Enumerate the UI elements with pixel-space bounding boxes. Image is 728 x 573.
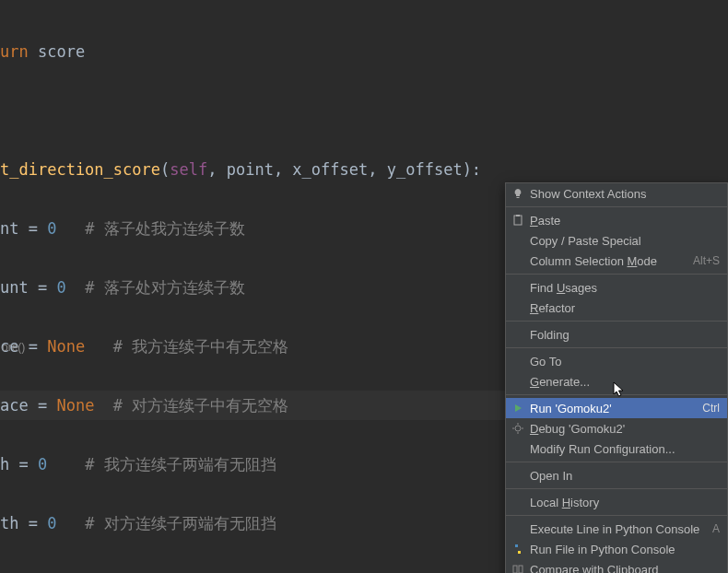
menu-modify-run-config[interactable]: Modify Run Configuration... <box>506 439 727 459</box>
code-text: self <box>170 160 207 179</box>
empty-icon <box>510 468 526 483</box>
menu-find-usages[interactable]: Find Usages <box>506 277 727 298</box>
menu-label: Column Selection Mode <box>530 254 686 268</box>
svg-rect-8 <box>519 566 523 573</box>
empty-icon <box>510 280 526 295</box>
code-text: 0 <box>47 514 56 532</box>
code-text: t_direction_score <box>0 160 160 179</box>
context-menu: Show Context Actions Paste Copy / Paste … <box>505 182 728 573</box>
menu-label: Execute Line in Python Console <box>530 522 705 536</box>
code-text: None <box>56 396 94 415</box>
menu-run-file[interactable]: Run File in Python Console <box>506 539 727 559</box>
menu-compare-clipboard[interactable]: Compare with Clipboard <box>506 559 727 573</box>
menu-label: Find Usages <box>530 281 720 295</box>
menu-label: Compare with Clipboard <box>530 563 720 574</box>
menu-label: Generate... <box>530 375 720 389</box>
code-text: # 落子处我方连续子数 <box>56 219 244 238</box>
code-text: ): <box>463 160 481 179</box>
empty-icon <box>510 253 526 268</box>
code-text: unt = <box>0 278 56 297</box>
code-text: 0 <box>56 278 65 297</box>
empty-icon <box>510 233 526 248</box>
menu-label: Folding <box>530 328 720 342</box>
menu-open-in[interactable]: Open In <box>506 465 727 485</box>
bulb-icon <box>510 186 526 201</box>
code-text: score <box>29 42 85 61</box>
svg-rect-7 <box>513 566 517 573</box>
code-text: , <box>368 160 386 179</box>
code-text: # 我方连续子中有无空格 <box>85 337 288 356</box>
empty-icon <box>510 300 526 315</box>
code-text: ace = <box>0 396 56 415</box>
code-text: th = <box>0 514 47 532</box>
run-icon <box>510 401 526 415</box>
menu-shortcut: Ctrl <box>702 402 720 415</box>
menu-separator <box>506 347 727 348</box>
menu-separator <box>506 321 727 322</box>
menu-refactor[interactable]: Refactor <box>506 298 727 318</box>
code-text: # 落子处对方连续子数 <box>66 278 245 297</box>
compare-icon <box>510 562 526 573</box>
code-text: 0 <box>38 455 47 474</box>
menu-context-actions[interactable]: Show Context Actions <box>506 183 727 204</box>
menu-copy-paste-special[interactable]: Copy / Paste Special <box>506 230 727 251</box>
menu-label: Open In <box>530 469 720 483</box>
code-text: # 对方连续子两端有无阻挡 <box>56 514 276 532</box>
code-text: urn <box>0 42 29 61</box>
code-text: # 对方连续子中有无空格 <box>94 396 288 415</box>
menu-goto[interactable]: Go To <box>506 351 727 371</box>
code-text: , <box>274 160 292 179</box>
menu-label: Go To <box>530 355 720 368</box>
menu-label: Run 'Gomoku2' <box>530 402 695 415</box>
menu-local-history[interactable]: Local History <box>506 492 727 512</box>
code-text: nt = <box>0 219 47 238</box>
empty-icon <box>510 495 526 509</box>
menu-shortcut: A <box>712 522 720 535</box>
empty-icon <box>510 521 526 536</box>
menu-folding[interactable]: Folding <box>506 324 727 345</box>
menu-paste[interactable]: Paste <box>506 210 727 230</box>
menu-label: Debug 'Gomoku2' <box>530 422 720 436</box>
python-icon <box>510 542 526 556</box>
menu-separator <box>506 274 727 275</box>
svg-rect-0 <box>514 216 522 225</box>
empty-icon <box>510 374 526 389</box>
menu-separator <box>506 394 727 395</box>
menu-run[interactable]: Run 'Gomoku2' Ctrl <box>506 398 727 418</box>
menu-label: Paste <box>530 214 720 228</box>
empty-icon <box>510 354 526 368</box>
code-text: y_offset <box>387 160 463 179</box>
svg-point-2 <box>515 426 521 431</box>
menu-separator <box>506 488 727 489</box>
empty-icon <box>510 441 526 456</box>
code-text: h = <box>0 455 38 474</box>
menu-label: Refactor <box>530 301 720 315</box>
breadcrumb[interactable]: ore() <box>0 341 25 354</box>
code-text: point <box>227 160 274 179</box>
menu-label: Local History <box>530 496 720 509</box>
code-text: ( <box>160 160 170 179</box>
empty-icon <box>510 327 526 342</box>
menu-generate[interactable]: Generate... <box>506 371 727 392</box>
code-text: , <box>207 160 226 179</box>
code-text: None <box>47 337 85 356</box>
menu-separator <box>506 515 727 516</box>
debug-icon <box>510 421 526 436</box>
menu-column-selection[interactable]: Column Selection Mode Alt+S <box>506 251 727 271</box>
menu-label: Modify Run Configuration... <box>530 442 720 456</box>
menu-debug[interactable]: Debug 'Gomoku2' <box>506 418 727 439</box>
menu-label: Show Context Actions <box>530 187 720 201</box>
code-text: x_offset <box>292 160 368 179</box>
code-text: # 我方连续子两端有无阻挡 <box>47 455 276 474</box>
menu-execute-line[interactable]: Execute Line in Python Console A <box>506 519 727 539</box>
svg-rect-1 <box>516 215 520 216</box>
menu-label: Copy / Paste Special <box>530 234 720 248</box>
menu-label: Run File in Python Console <box>530 543 720 556</box>
menu-separator <box>506 462 727 462</box>
clipboard-icon <box>510 213 526 228</box>
menu-shortcut: Alt+S <box>693 254 720 267</box>
menu-separator <box>506 206 727 207</box>
code-text: 0 <box>47 219 56 238</box>
